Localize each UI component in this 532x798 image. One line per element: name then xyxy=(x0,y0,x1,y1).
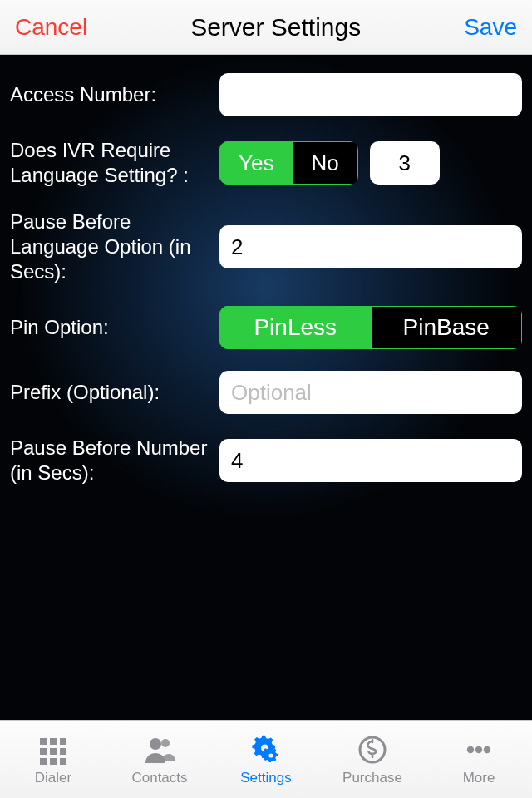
access-number-input[interactable] xyxy=(219,73,522,116)
cancel-button[interactable]: Cancel xyxy=(15,14,87,41)
pause-number-label: Pause Before Number (in Secs): xyxy=(10,436,219,485)
pause-number-input[interactable] xyxy=(219,439,522,482)
svg-point-14 xyxy=(467,746,474,752)
svg-rect-3 xyxy=(40,748,47,755)
svg-rect-0 xyxy=(40,738,47,745)
navbar: Cancel Server Settings Save xyxy=(0,0,532,55)
save-button[interactable]: Save xyxy=(464,14,517,41)
svg-rect-4 xyxy=(50,748,57,755)
purchase-icon xyxy=(356,733,389,766)
tab-purchase-label: Purchase xyxy=(342,770,402,786)
tab-purchase[interactable]: Purchase xyxy=(319,721,426,798)
ivr-language-label: Does IVR Require Language Setting? : xyxy=(10,138,219,188)
pinbase-option[interactable]: PinBase xyxy=(372,306,523,349)
more-icon xyxy=(462,733,495,766)
prefix-label: Prefix (Optional): xyxy=(10,380,219,405)
tab-dialer[interactable]: Dialer xyxy=(0,721,106,798)
ivr-yes-option[interactable]: Yes xyxy=(219,141,293,185)
svg-rect-7 xyxy=(50,758,57,765)
tab-settings-label: Settings xyxy=(240,770,291,786)
prefix-input[interactable] xyxy=(219,371,522,414)
svg-point-16 xyxy=(484,746,490,752)
svg-rect-5 xyxy=(60,748,66,755)
svg-rect-2 xyxy=(60,738,66,745)
settings-icon xyxy=(249,733,283,766)
tab-contacts-label: Contacts xyxy=(131,770,187,786)
pause-language-input[interactable] xyxy=(219,225,522,268)
svg-rect-1 xyxy=(50,738,57,745)
tab-more[interactable]: More xyxy=(426,721,532,798)
page-title: Server Settings xyxy=(190,13,361,42)
pin-option-toggle[interactable]: PinLess PinBase xyxy=(219,306,522,349)
access-number-label: Access Number: xyxy=(10,82,219,107)
contacts-icon xyxy=(143,733,176,766)
dialer-icon xyxy=(37,733,70,766)
svg-rect-8 xyxy=(60,758,66,765)
svg-point-15 xyxy=(475,746,482,752)
pin-option-label: Pin Option: xyxy=(10,315,219,340)
tab-more-label: More xyxy=(463,770,495,786)
pause-language-label: Pause Before Language Option (in Secs): xyxy=(10,209,219,284)
tab-bar: Dialer Contacts Settings xyxy=(0,720,532,798)
ivr-language-toggle[interactable]: Yes No xyxy=(219,141,358,185)
svg-point-10 xyxy=(161,739,170,747)
svg-point-9 xyxy=(150,738,161,750)
ivr-language-number-input[interactable] xyxy=(370,141,440,185)
svg-point-12 xyxy=(268,753,273,757)
tab-settings[interactable]: Settings xyxy=(213,721,319,798)
settings-form: Access Number: Does IVR Require Language… xyxy=(0,55,532,720)
pinless-option[interactable]: PinLess xyxy=(219,306,372,349)
svg-rect-6 xyxy=(40,758,47,765)
tab-dialer-label: Dialer xyxy=(35,770,71,786)
tab-contacts[interactable]: Contacts xyxy=(106,721,213,798)
ivr-no-option[interactable]: No xyxy=(293,141,357,185)
